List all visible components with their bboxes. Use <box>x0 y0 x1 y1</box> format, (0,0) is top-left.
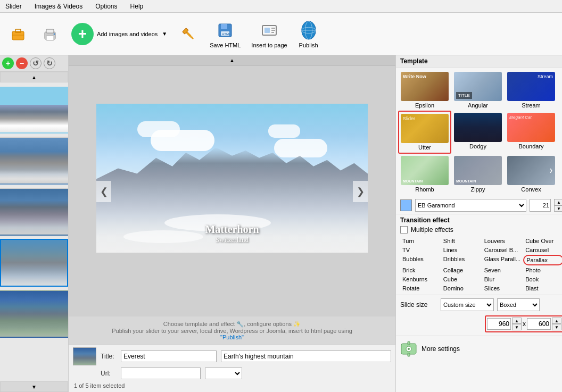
transition-rotate[interactable]: Rotate <box>400 284 441 293</box>
canvas-info-line2: Publish your slider to your server, loca… <box>77 328 387 334</box>
transition-turn[interactable]: Turn <box>400 237 441 245</box>
options-button[interactable] <box>175 21 202 47</box>
publish-button[interactable]: Publish <box>295 18 323 51</box>
more-settings[interactable]: More settings <box>396 336 562 362</box>
slide-thumb-1[interactable] <box>0 86 68 134</box>
template-angular-thumb: TITLE <box>454 72 502 101</box>
font-select[interactable]: EB Garamond Arial Georgia Times New Roma… <box>415 199 526 212</box>
menu-options[interactable]: Options <box>92 2 120 11</box>
width-up[interactable]: ▲ <box>512 318 522 324</box>
slide-thumb-4[interactable] <box>0 239 68 287</box>
transition-cubeover[interactable]: Cube Over <box>523 237 562 245</box>
bottom-bar: Title: Url: _self _blank 1 of 5 item sel… <box>69 345 395 392</box>
template-epsilon[interactable]: Write Now Epsilon <box>398 70 451 111</box>
size-inputs-row: ▲ ▼ x ▲ ▼ <box>396 314 562 336</box>
title-input[interactable] <box>121 351 217 362</box>
template-utter[interactable]: Slider Utter <box>398 111 451 154</box>
open-button[interactable] <box>4 21 32 47</box>
menu-images-videos[interactable]: Images & Videos <box>31 2 86 11</box>
menu-slider[interactable]: Slider <box>2 2 25 11</box>
font-size-input[interactable] <box>530 199 551 212</box>
font-color-swatch[interactable] <box>400 199 412 211</box>
template-rhomb[interactable]: MOUNTAIN Rhomb <box>398 154 451 195</box>
right-panel-container: Template Write Now Epsilon TITLE Angular <box>395 55 562 392</box>
add-images-label: Add images and videos <box>97 31 158 37</box>
slide-size-select[interactable]: Custom size Full width Full screen <box>441 298 494 311</box>
height-up[interactable]: ▲ <box>552 318 561 324</box>
transition-collage[interactable]: Collage <box>441 266 482 274</box>
multiple-effects-checkbox[interactable] <box>400 226 408 233</box>
transition-tv[interactable]: TV <box>400 246 441 254</box>
transition-louvers[interactable]: Louvers <box>482 237 523 245</box>
transition-bubbles[interactable]: Bubbles <box>400 255 441 265</box>
transition-shift[interactable]: Shift <box>441 237 482 245</box>
template-section-label: Template <box>396 55 562 68</box>
menu-help[interactable]: Help <box>127 2 147 11</box>
transition-carouselb[interactable]: Carousel B... <box>482 246 523 254</box>
canvas-scroll-up[interactable]: ▲ <box>69 55 395 66</box>
publish-label: Publish <box>299 42 318 48</box>
font-size-down[interactable]: ▼ <box>554 205 562 212</box>
font-size-up[interactable]: ▲ <box>554 199 562 205</box>
more-settings-icon <box>400 340 417 357</box>
add-slide-button[interactable]: + <box>2 57 14 69</box>
template-stream[interactable]: Stream Stream <box>505 70 558 111</box>
transition-photo[interactable]: Photo <box>523 266 562 274</box>
height-down[interactable]: ▼ <box>552 324 561 330</box>
slide-scroll-down[interactable]: ▼ <box>0 381 68 392</box>
transition-carousel[interactable]: Carousel <box>523 246 562 254</box>
template-convex[interactable]: ❯ Convex <box>505 154 558 195</box>
slide-height-input[interactable] <box>527 318 551 330</box>
transition-slices[interactable]: Slices <box>482 284 523 293</box>
transition-domino[interactable]: Domino <box>441 284 482 293</box>
add-images-button[interactable]: + Add images and videos ▼ <box>68 21 170 47</box>
size-x: x <box>523 320 526 328</box>
slide-size-label: Slide size <box>400 301 437 308</box>
slide-thumb-3[interactable] <box>0 188 68 236</box>
slide-width-input[interactable] <box>487 318 511 330</box>
transition-glassparall[interactable]: Glass Parall... <box>482 255 523 265</box>
template-epsilon-thumb: Write Now <box>401 72 449 101</box>
slide-scroll-up[interactable]: ▲ <box>0 72 68 82</box>
svg-rect-15 <box>265 28 270 33</box>
insert-label: Insert to page <box>251 42 287 48</box>
url-type-select[interactable]: _self _blank <box>205 368 242 379</box>
transition-seven[interactable]: Seven <box>482 266 523 274</box>
transition-cube[interactable]: Cube <box>441 275 482 283</box>
slide-nav-right[interactable]: ❯ <box>353 181 368 202</box>
move-down-button[interactable]: ↻ <box>44 57 55 69</box>
transition-blur[interactable]: Blur <box>482 275 523 283</box>
save-html-button[interactable]: HTML Save HTML <box>206 18 244 51</box>
slide-size-type-select[interactable]: Boxed Full width <box>497 298 540 311</box>
template-utter-label: Utter <box>418 144 431 151</box>
transition-lines[interactable]: Lines <box>441 246 482 254</box>
slide-list <box>0 82 68 381</box>
move-up-button[interactable]: ↺ <box>30 57 42 69</box>
template-rhomb-thumb: MOUNTAIN <box>401 156 449 185</box>
insert-button[interactable]: Insert to page <box>248 18 290 51</box>
transition-parallax[interactable]: Parallax <box>523 255 562 265</box>
slide-small-thumb <box>73 347 96 365</box>
template-stream-label: Stream <box>522 102 540 109</box>
menu-bar: Slider Images & Videos Options Help <box>0 0 562 13</box>
remove-slide-button[interactable]: − <box>16 57 28 69</box>
slide-nav-left[interactable]: ❮ <box>96 181 111 202</box>
transition-book[interactable]: Book <box>523 275 562 283</box>
template-zippy[interactable]: MOUNTAIN Zippy <box>451 154 505 195</box>
briefcase-icon <box>7 23 29 45</box>
print-button[interactable] <box>36 21 64 47</box>
transition-kenburns[interactable]: Kenburns <box>400 275 441 283</box>
transition-brick[interactable]: Brick <box>400 266 441 274</box>
description-input[interactable] <box>221 351 391 362</box>
template-angular[interactable]: TITLE Angular <box>451 70 505 111</box>
width-down[interactable]: ▼ <box>512 324 522 330</box>
transition-dribbles[interactable]: Dribbles <box>441 255 482 265</box>
template-boundary[interactable]: Elegant Cat Boundary <box>505 111 558 154</box>
slide-thumb-2[interactable] <box>0 137 68 185</box>
template-dodgy[interactable]: Dodgy <box>451 111 505 154</box>
url-input[interactable] <box>121 368 201 379</box>
transition-blast[interactable]: Blast <box>523 284 562 293</box>
slide-thumb-5[interactable] <box>0 290 68 338</box>
title-label: Title: <box>101 353 117 360</box>
slide-subtitle: Switzerland <box>205 236 259 244</box>
